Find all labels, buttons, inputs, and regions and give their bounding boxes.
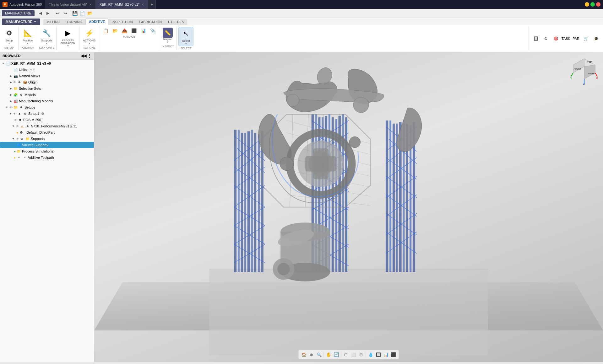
select-button[interactable]: ↖ Select ▼ <box>178 27 193 46</box>
tree-root[interactable]: ▼ 📄 XEK_RT_AMM_S2 v3 v0 <box>0 60 94 67</box>
tab-additive[interactable]: ADDITIVE <box>85 19 108 25</box>
browser-collapse-btn[interactable]: ◀◀ <box>81 54 86 58</box>
tree-item-process-sim2[interactable]: ● 📁 Process Simulation2 <box>0 148 94 154</box>
tab-xek-close[interactable]: ✕ <box>141 3 144 6</box>
nav-visual-style[interactable]: 🔲 <box>375 351 382 358</box>
undo-button[interactable]: ↩ <box>54 10 61 17</box>
tree-item-eos[interactable]: 👁 ■ EOS M 290 <box>0 117 94 123</box>
eos-eye[interactable]: 👁 <box>14 118 17 122</box>
ribbon-right-btn-par[interactable]: PAR <box>572 35 580 42</box>
nav-box-select[interactable]: ⬜ <box>350 351 357 358</box>
redo-button[interactable]: ↪ <box>62 10 69 17</box>
setup1-eye[interactable]: 👁 <box>13 112 16 115</box>
eos-label: EOS M 290 <box>23 118 41 122</box>
tree-item-setups[interactable]: ▼ 👁 📁 ⊕ Setups <box>0 104 94 110</box>
tree-item-n718[interactable]: ▼ 👁 △ ⊕ N718_PerformanceM291 2.11 <box>0 123 94 129</box>
save-button[interactable]: 💾 <box>72 10 79 17</box>
ribbon-right-btn-cart[interactable]: 🛒 <box>582 35 590 42</box>
tree-item-models[interactable]: ▶ 🧩 ⊕ Models <box>0 92 94 98</box>
ribbon-right-btn-1[interactable]: 🔲 <box>531 35 540 42</box>
nav-edge-display[interactable]: 📊 <box>383 351 389 358</box>
selection-sets-expand[interactable]: ▶ <box>9 87 13 90</box>
nav-env[interactable]: ⬛ <box>390 351 397 358</box>
setups-eye[interactable]: 👁 <box>9 106 13 109</box>
close-button[interactable] <box>596 2 600 7</box>
tab-dataset-close[interactable]: ✕ <box>89 3 92 6</box>
nav-pan[interactable]: ✋ <box>325 351 332 358</box>
root-expand[interactable]: ▼ <box>1 62 5 65</box>
maximize-button[interactable] <box>590 2 595 7</box>
viewport[interactable]: TOP FRONT RIGHT Z Y X 🏠 ⊕ 🔍 ✋ 🔄 <box>94 52 603 362</box>
actions-button[interactable]: ⚡ ACTIONS ▼ <box>81 27 97 46</box>
origin-eye[interactable]: 👁 <box>13 81 16 84</box>
browser-panel: BROWSER ◀◀ ⋮ ▼ 📄 XEK_RT_AMM_S2 v3 v0 ▶ 📄… <box>0 52 94 362</box>
title-left: F Autodesk Fusion 360 <box>3 2 42 7</box>
mfg-models-expand[interactable]: ▶ <box>9 99 13 103</box>
manufacture-label: MANUFACTURE <box>6 20 32 24</box>
tree-item-selection-sets[interactable]: ▶ 📁 Selection Sets <box>0 85 94 92</box>
tab-new[interactable]: + <box>148 0 156 9</box>
open-button[interactable]: 📂 <box>87 10 94 17</box>
manage-btn-2[interactable]: 📂 <box>111 27 119 35</box>
tree-item-default-part[interactable]: ● ⚙ _Default_DirectPart <box>0 129 94 136</box>
process-sim-button[interactable]: ▶ PROCESS SIMULATION ▼ <box>58 27 77 48</box>
tree-item-named-views[interactable]: ▶ 📷 Named Views <box>0 73 94 79</box>
minimize-button[interactable] <box>585 2 589 7</box>
setup1-expand[interactable]: ▼ <box>9 112 13 115</box>
tree-item-supports[interactable]: ▼ 👁 ⊕ 📁 Supports <box>0 136 94 142</box>
n718-expand[interactable]: ▼ <box>11 124 15 128</box>
tree-item-setup1[interactable]: ▼ 👁 ▲ ⊕ Setup1 ⚙ <box>0 110 94 117</box>
tree-item-additive-toolpath[interactable]: ● ≡ ≡ Additive Toolpath <box>0 154 94 161</box>
named-views-expand[interactable]: ▶ <box>9 74 13 78</box>
tab-dataset[interactable]: This is fusion dataset v6* ✕ <box>45 0 95 9</box>
tab-turning[interactable]: TURNING <box>63 19 85 25</box>
manage-btn-3[interactable]: 📤 <box>120 27 129 35</box>
nav-target[interactable]: ⊕ <box>308 351 315 358</box>
manufacture-button[interactable]: MANUFACTURE <box>2 10 35 16</box>
nav-display[interactable]: ⊞ <box>358 351 365 358</box>
viewcube[interactable]: TOP FRONT RIGHT Z Y X <box>570 57 598 85</box>
supports-button[interactable]: 🔧 Supports ▼ <box>40 27 54 46</box>
nav-zoom[interactable]: 🔍 <box>316 351 323 358</box>
origin-expand[interactable]: ▶ <box>9 80 13 84</box>
supports-expand[interactable]: ▼ <box>11 137 15 141</box>
tree-item-origin[interactable]: ▶ 👁 ⊕ 📦 Origin <box>0 79 94 85</box>
process-sim-icon: ▶ <box>62 28 73 39</box>
tree-item-units[interactable]: ▶ 📄 Units : mm <box>0 67 94 73</box>
supports-eye[interactable]: 👁 <box>16 137 19 141</box>
tab-fabrication[interactable]: FABRICATION <box>136 19 165 25</box>
ribbon-right-btn-3[interactable]: 🎯 <box>551 35 560 42</box>
setup1-settings[interactable]: ⚙ <box>41 112 44 116</box>
tree-item-manufacturing-models[interactable]: ▶ 🏭 Manufacturing Models <box>0 98 94 104</box>
tab-xek[interactable]: XEK_RT_AMM_S2 v3 v1* ✕ <box>96 0 148 9</box>
tab-inspection[interactable]: INSPECTION <box>108 19 136 25</box>
back-button[interactable]: ◀ <box>37 10 44 17</box>
nav-home[interactable]: 🏠 <box>301 351 307 358</box>
manage-btn-1[interactable]: 📋 <box>101 27 110 35</box>
new-file-button[interactable]: 📄 <box>79 10 86 17</box>
setup-button[interactable]: ⚙ Setup ▼ <box>2 27 16 46</box>
inspect-button[interactable]: 📏 Inspect ▼ <box>161 27 174 44</box>
manage-btn-6[interactable]: 📎 <box>148 27 157 35</box>
default-part-eye[interactable]: ● <box>16 131 18 134</box>
models-expand[interactable]: ▶ <box>9 93 13 97</box>
manufacture-dropdown[interactable]: MANUFACTURE ▼ <box>2 19 40 25</box>
setups-expand[interactable]: ▼ <box>5 105 9 109</box>
tab-milling[interactable]: MILLING <box>43 19 63 25</box>
tree-item-volume-support2[interactable]: 🔷 Volume Support2 <box>0 142 94 148</box>
browser-expand-btn[interactable]: ⋮ <box>88 54 91 58</box>
nav-grid[interactable]: ⊡ <box>343 351 350 358</box>
position-button[interactable]: 📐 Position ▼ <box>20 27 35 46</box>
nav-orbit[interactable]: 🔄 <box>333 351 340 358</box>
n718-eye[interactable]: 👁 <box>16 125 19 128</box>
tab-utilities[interactable]: UTILITIES <box>165 19 187 25</box>
nav-appearance[interactable]: 💧 <box>367 351 374 358</box>
ribbon-right-btn-task[interactable]: TASK <box>562 35 570 42</box>
ribbon-right-btn-learn[interactable]: 🎓 <box>592 35 600 42</box>
ribbon-right-btn-2[interactable]: ⊙ <box>541 35 550 42</box>
manage-btn-5[interactable]: 📊 <box>139 27 148 35</box>
manage-btn-4[interactable]: ⬛ <box>129 27 138 35</box>
forward-button[interactable]: ▶ <box>45 10 52 17</box>
nav-toolbar: 🏠 ⊕ 🔍 ✋ 🔄 ⊡ ⬜ ⊞ 💧 🔲 📊 ⬛ <box>298 350 399 359</box>
supports-folder: ⊕ <box>19 136 24 141</box>
